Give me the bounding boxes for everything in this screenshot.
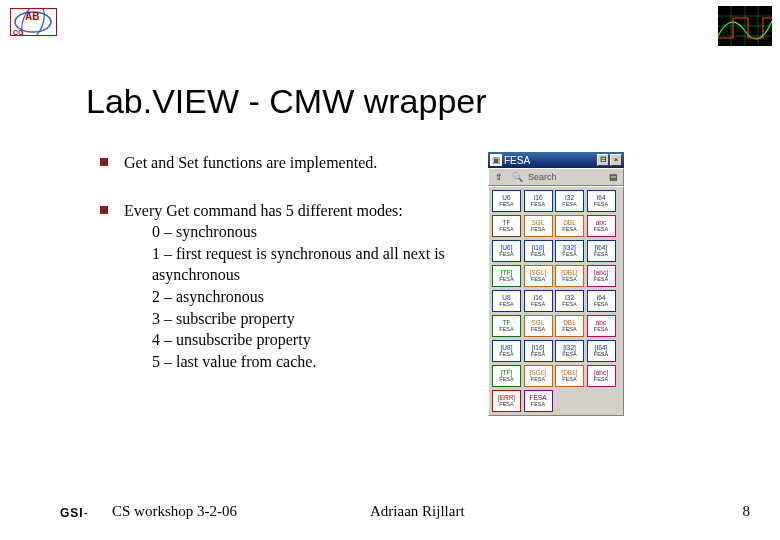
palette-cell[interactable]: [TF]FESA <box>492 365 521 387</box>
bullet-icon <box>100 158 108 166</box>
palette-cell[interactable]: DBLFESA <box>555 215 584 237</box>
palette-cell[interactable]: I16FESA <box>524 290 553 312</box>
palette-cell[interactable]: abcFESA <box>587 315 616 337</box>
up-button[interactable]: ⇧ <box>491 170 507 184</box>
slide: AB CO Lab.VIEW - CMW wrapper Get and Set… <box>0 0 780 540</box>
palette-cell[interactable]: I64FESA <box>587 190 616 212</box>
search-icon[interactable]: 🔍 <box>509 170 525 184</box>
palette-cell[interactable]: I32FESA <box>555 190 584 212</box>
bullet-sub: 1 – first request is synchronous and all… <box>124 243 470 286</box>
footer-author: Adriaan Rijllart <box>370 503 465 520</box>
palette-cell[interactable]: I64FESA <box>587 290 616 312</box>
window-app-icon: ▣ <box>490 154 502 166</box>
palette-cell[interactable]: [I64]FESA <box>587 340 616 362</box>
palette-cell[interactable]: U6FESA <box>492 190 521 212</box>
co-logo-text: CO <box>13 29 24 36</box>
bullet-text: Get and Set functions are implemented. <box>124 152 377 174</box>
palette-cell[interactable]: [DBL]FESA <box>555 265 584 287</box>
ab-logo-text: AB <box>25 11 39 22</box>
palette-cell[interactable]: TFFESA <box>492 315 521 337</box>
palette-cell[interactable]: SGLFESA <box>524 315 553 337</box>
palette-cell[interactable]: [I32]FESA <box>555 340 584 362</box>
slide-title: Lab.VIEW - CMW wrapper <box>86 82 487 121</box>
window-pin-button[interactable]: ⊟ <box>597 154 609 166</box>
search-input[interactable]: Search <box>527 172 603 182</box>
ab-co-logo: AB CO <box>10 8 57 36</box>
body-content: Get and Set functions are implemented. E… <box>100 152 470 398</box>
bullet-sub: 0 – synchronous <box>124 221 470 243</box>
palette-cell[interactable]: [U6]FESA <box>492 240 521 262</box>
view-button[interactable]: ▤ <box>605 170 621 184</box>
palette-cell[interactable]: [ERR]FESA <box>492 390 521 412</box>
palette-cell[interactable]: [I64]FESA <box>587 240 616 262</box>
palette-cell[interactable]: I32FESA <box>555 290 584 312</box>
palette-cell[interactable]: I16FESA <box>524 190 553 212</box>
bullet-item: Get and Set functions are implemented. <box>100 152 470 174</box>
panel-toolbar: ⇧ 🔍 Search ▤ <box>488 168 624 186</box>
palette-empty <box>587 390 616 412</box>
footer-workshop: CS workshop 3-2-06 <box>112 503 237 520</box>
palette-cell[interactable]: [abc]FESA <box>587 265 616 287</box>
panel-title: FESA <box>504 155 596 166</box>
oscilloscope-logo <box>718 6 772 46</box>
palette-cell[interactable]: SGLFESA <box>524 215 553 237</box>
panel-titlebar: ▣ FESA ⊟ × <box>488 152 624 168</box>
bullet-text: Every Get command has 5 different modes:… <box>124 200 470 373</box>
palette-cell[interactable]: [I16]FESA <box>524 240 553 262</box>
palette-cell[interactable]: abcFESA <box>587 215 616 237</box>
palette-cell[interactable]: [TF]FESA <box>492 265 521 287</box>
bullet-sub: 3 – subscribe property <box>124 308 470 330</box>
bullet-item: Every Get command has 5 different modes:… <box>100 200 470 373</box>
palette-cell[interactable]: U8FESA <box>492 290 521 312</box>
palette-cell[interactable]: [SGL]FESA <box>524 265 553 287</box>
bullet-icon <box>100 206 108 214</box>
bullet-sub: 5 – last value from cache. <box>124 351 470 373</box>
bullet-sub: 2 – asynchronous <box>124 286 470 308</box>
gsi-logo: GSI- <box>60 506 89 520</box>
palette-cell[interactable]: FESAFESA <box>524 390 553 412</box>
fesa-palette-panel: ▣ FESA ⊟ × ⇧ 🔍 Search ▤ U6FESAI16FESAI32… <box>488 152 624 416</box>
palette-cell[interactable]: [SGL]FESA <box>524 365 553 387</box>
palette-cell[interactable]: [I16]FESA <box>524 340 553 362</box>
palette-cell[interactable]: [I32]FESA <box>555 240 584 262</box>
window-close-button[interactable]: × <box>610 154 622 166</box>
palette-cell[interactable]: DBLFESA <box>555 315 584 337</box>
palette-empty <box>555 390 584 412</box>
footer-page-number: 8 <box>743 503 751 520</box>
palette-cell[interactable]: [U8]FESA <box>492 340 521 362</box>
palette-cell[interactable]: [abc]FESA <box>587 365 616 387</box>
palette-cell[interactable]: [DBL]FESA <box>555 365 584 387</box>
palette-cell[interactable]: TFFESA <box>492 215 521 237</box>
palette-grid: U6FESAI16FESAI32FESAI64FESATFFESASGLFESA… <box>488 186 624 416</box>
bullet-sub: 4 – unsubscribe property <box>124 329 470 351</box>
